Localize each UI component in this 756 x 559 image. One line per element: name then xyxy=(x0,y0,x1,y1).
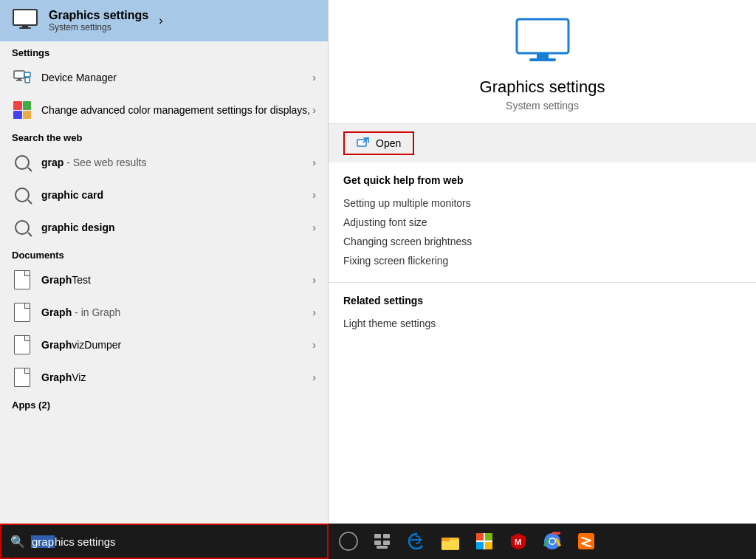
taskbar-taskview-icon[interactable] xyxy=(371,530,394,552)
svg-rect-25 xyxy=(485,542,492,549)
device-manager-chevron: › xyxy=(312,72,316,83)
selected-item-subtitle: System settings xyxy=(49,22,148,32)
web-graphic-card-chevron: › xyxy=(312,189,316,201)
related-section-title: Related settings xyxy=(343,295,741,306)
device-manager-item[interactable]: Device Manager › xyxy=(0,61,328,94)
web-search-icon-grap xyxy=(12,152,32,173)
web-graphic-design-chevron: › xyxy=(312,222,316,233)
help-section-title: Get quick help from web xyxy=(343,174,741,186)
taskbar-search-icon: 🔍 xyxy=(10,535,25,549)
svg-point-29 xyxy=(550,539,555,544)
related-section: Related settings Light theme settings xyxy=(329,283,756,345)
svg-rect-7 xyxy=(25,78,30,83)
main-area: Graphics settings System settings › Sett… xyxy=(0,0,756,524)
taskbar-store-icon[interactable] xyxy=(473,530,495,552)
svg-rect-15 xyxy=(374,541,381,545)
selected-result-item[interactable]: Graphics settings System settings › xyxy=(0,0,328,41)
svg-rect-4 xyxy=(18,78,21,80)
taskbar-search-text: graphics settings xyxy=(31,535,116,548)
right-top-section: Graphics settings System settings xyxy=(329,0,756,124)
taskbar-sublime-icon[interactable] xyxy=(575,530,597,552)
monitor-icon xyxy=(12,9,38,32)
open-button-label: Open xyxy=(376,137,401,149)
web-search-graphic-design[interactable]: graphic design › xyxy=(0,211,328,244)
selected-chevron-icon: › xyxy=(159,14,162,27)
selected-item-title: Graphics settings xyxy=(49,9,148,22)
doc-graphvizdumper-label: GraphvizDumper xyxy=(41,338,312,351)
taskbar-edge-icon[interactable] xyxy=(405,530,427,552)
doc-graphtest-label: GraphTest xyxy=(41,273,312,287)
device-manager-icon xyxy=(12,67,32,88)
taskbar-right: M xyxy=(329,524,756,559)
doc-graphtest-chevron: › xyxy=(312,274,316,286)
doc-graphvizdumper-chevron: › xyxy=(312,339,316,351)
device-manager-label: Device Manager xyxy=(41,71,312,84)
web-search-grap[interactable]: grap - See web results › xyxy=(0,146,328,179)
open-button-area: Open xyxy=(329,124,756,162)
open-button[interactable]: Open xyxy=(343,131,414,155)
svg-rect-16 xyxy=(383,541,390,545)
svg-rect-23 xyxy=(485,533,492,541)
selected-item-text: Graphics settings System settings xyxy=(49,9,148,32)
svg-rect-20 xyxy=(441,538,450,541)
svg-point-12 xyxy=(340,532,357,550)
web-grap-label: grap - See web results xyxy=(41,156,312,169)
svg-rect-13 xyxy=(374,534,381,538)
web-section-header: Search the web xyxy=(0,126,328,146)
right-panel: Graphics settings System settings Open G… xyxy=(329,0,756,524)
doc-icon-graphvizdumper xyxy=(12,335,32,355)
doc-graphviz-chevron: › xyxy=(312,371,316,383)
doc-icon-graphtest xyxy=(12,270,32,290)
color-management-icon xyxy=(12,100,32,120)
svg-rect-3 xyxy=(14,71,24,78)
right-subtitle: System settings xyxy=(506,100,579,112)
settings-section-header: Settings xyxy=(0,41,328,61)
doc-graph-in-graph-label: Graph - in Graph xyxy=(41,306,312,319)
svg-rect-24 xyxy=(476,542,484,549)
doc-graphviz[interactable]: GraphViz › xyxy=(0,361,328,394)
taskbar-mcafee-icon[interactable]: M xyxy=(507,530,529,552)
svg-rect-22 xyxy=(476,533,484,541)
help-link-brightness[interactable]: Changing screen brightness xyxy=(343,232,741,251)
doc-graphviz-label: GraphViz xyxy=(41,371,312,384)
svg-rect-14 xyxy=(383,534,390,538)
apps-section-header: Apps (2) xyxy=(0,394,328,414)
svg-rect-9 xyxy=(537,53,549,58)
taskbar: 🔍 graphics settings xyxy=(0,524,756,559)
svg-rect-1 xyxy=(22,25,28,27)
taskbar-cortana-icon[interactable] xyxy=(337,530,360,552)
svg-text:M: M xyxy=(515,538,521,546)
svg-rect-6 xyxy=(24,72,30,77)
color-management-label: Change advanced color management setting… xyxy=(41,103,312,117)
related-link-theme[interactable]: Light theme settings xyxy=(343,314,741,333)
svg-rect-8 xyxy=(517,19,568,53)
help-link-flickering[interactable]: Fixing screen flickering xyxy=(343,251,741,270)
svg-rect-0 xyxy=(13,10,37,25)
web-graphic-card-label: graphic card xyxy=(41,188,312,202)
svg-rect-17 xyxy=(377,546,388,549)
web-search-icon-graphic-card xyxy=(12,185,32,205)
help-link-monitors[interactable]: Setting up multiple monitors xyxy=(343,193,741,213)
taskbar-search-box[interactable]: 🔍 graphics settings xyxy=(0,524,329,559)
doc-graphtest[interactable]: GraphTest › xyxy=(0,264,328,296)
svg-rect-5 xyxy=(16,80,22,81)
left-panel: Graphics settings System settings › Sett… xyxy=(0,0,329,524)
taskbar-explorer-icon[interactable] xyxy=(439,530,461,552)
help-link-font[interactable]: Adjusting font size xyxy=(343,213,741,232)
svg-rect-10 xyxy=(529,58,556,61)
right-monitor-icon xyxy=(513,18,572,69)
color-management-item[interactable]: Change advanced color management setting… xyxy=(0,94,328,126)
right-title: Graphics settings xyxy=(480,78,605,97)
docs-section-header: Documents xyxy=(0,244,328,264)
doc-icon-graph-in-graph xyxy=(12,302,32,323)
web-search-graphic-card[interactable]: graphic card › xyxy=(0,179,328,211)
open-icon xyxy=(357,137,370,149)
taskbar-chrome-icon[interactable] xyxy=(541,530,563,552)
help-section: Get quick help from web Setting up multi… xyxy=(329,162,756,283)
web-grap-chevron: › xyxy=(312,157,316,168)
svg-rect-2 xyxy=(19,27,31,29)
doc-graphvizdumper[interactable]: GraphvizDumper › xyxy=(0,329,328,361)
web-graphic-design-label: graphic design xyxy=(41,221,312,234)
color-management-chevron: › xyxy=(312,104,316,116)
doc-graph-in-graph[interactable]: Graph - in Graph › xyxy=(0,296,328,329)
